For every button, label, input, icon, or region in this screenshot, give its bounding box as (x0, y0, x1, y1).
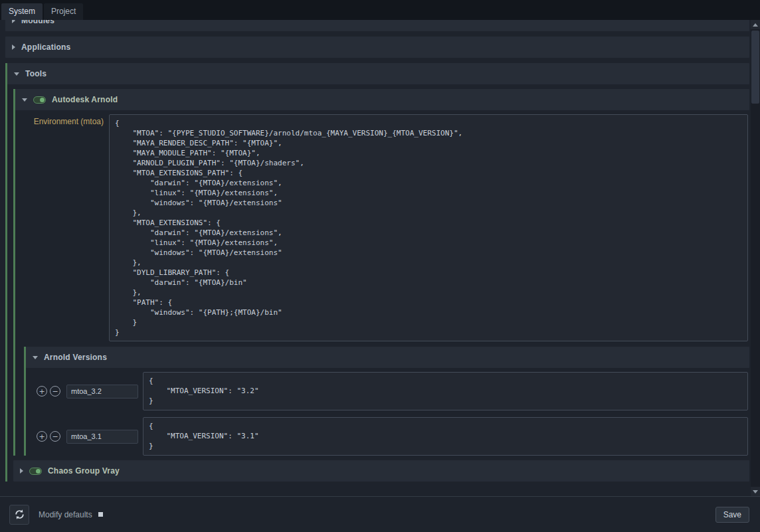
modify-defaults-label: Modify defaults (39, 510, 92, 519)
settings-scroll-area: Modules Applications Tools (0, 20, 751, 496)
scrollbar-thumb[interactable] (751, 31, 759, 104)
settings-content-area: Modules Applications Tools (0, 20, 760, 496)
section-label-arnold-versions: Arnold Versions (44, 353, 107, 362)
version-key-input[interactable] (66, 430, 138, 444)
section-label-applications: Applications (21, 43, 70, 52)
environment-label: Environment (mtoa) (24, 114, 109, 126)
version-row-mtoa-3-2: + − { "MTOA_VERSION": "3.2" } (26, 372, 749, 410)
version-json-textarea[interactable]: { "MTOA_VERSION": "3.2" } (143, 372, 748, 410)
settings-window: System Project Modules Applications (0, 0, 760, 532)
section-header-autodesk-arnold[interactable]: Autodesk Arnold (15, 89, 749, 110)
chevron-down-icon (33, 356, 38, 359)
chevron-down-icon (22, 98, 27, 102)
section-label-chaos-group-vray: Chaos Group Vray (48, 466, 120, 476)
section-label-tools: Tools (25, 69, 47, 78)
add-item-button[interactable]: + (37, 386, 47, 397)
save-button[interactable]: Save (715, 507, 749, 523)
modify-defaults-indicator[interactable] (98, 512, 103, 517)
arnold-enabled-toggle[interactable] (33, 96, 46, 104)
arnold-versions-body: + − { "MTOA_VERSION": "3.2" } + − (26, 368, 749, 456)
section-arnold-versions-group: Arnold Versions + − { "MTOA_VERSION": "3… (24, 347, 749, 456)
remove-item-button[interactable]: − (50, 386, 60, 397)
tab-system[interactable]: System (1, 3, 43, 20)
version-row-mtoa-3-1: + − { "MTOA_VERSION": "3.1" } (26, 417, 749, 456)
environment-json-textarea[interactable]: { "MTOA": "{PYPE_STUDIO_SOFTWARE}/arnold… (109, 114, 748, 341)
environment-field-row: Environment (mtoa) { "MTOA": "{PYPE_STUD… (24, 114, 749, 341)
vray-enabled-toggle[interactable] (29, 468, 42, 475)
scrollbar-track[interactable] (751, 29, 760, 487)
tools-section-body: Autodesk Arnold Environment (mtoa) { "MT… (7, 84, 749, 482)
section-header-tools[interactable]: Tools (7, 63, 749, 84)
version-json-textarea[interactable]: { "MTOA_VERSION": "3.1" } (143, 417, 748, 456)
footer-bar: Modify defaults Save (0, 496, 760, 532)
add-item-button[interactable]: + (37, 431, 47, 442)
refresh-icon (14, 509, 25, 520)
version-key-input[interactable] (66, 385, 138, 399)
scroll-down-button[interactable] (751, 487, 760, 496)
vertical-scrollbar[interactable] (751, 20, 760, 496)
section-label-autodesk-arnold: Autodesk Arnold (52, 95, 118, 104)
section-tools-group: Tools Autodesk Arnold (5, 63, 749, 482)
settings-scroll-inner: Modules Applications Tools (5, 20, 751, 482)
scroll-up-icon (753, 23, 758, 27)
section-autodesk-arnold-group: Autodesk Arnold Environment (mtoa) { "MT… (13, 89, 749, 456)
chevron-right-icon (20, 468, 23, 474)
chevron-right-icon (12, 44, 15, 50)
section-header-modules[interactable]: Modules (5, 20, 749, 31)
chevron-right-icon (12, 20, 15, 23)
section-header-arnold-versions[interactable]: Arnold Versions (26, 347, 749, 368)
remove-item-button[interactable]: − (50, 431, 60, 442)
refresh-button[interactable] (9, 505, 29, 525)
section-header-applications[interactable]: Applications (5, 37, 749, 58)
section-header-chaos-group-vray[interactable]: Chaos Group Vray (13, 460, 749, 482)
section-label-modules: Modules (21, 20, 54, 25)
chevron-down-icon (14, 72, 19, 76)
scroll-down-icon (753, 490, 758, 493)
tab-project[interactable]: Project (44, 3, 83, 20)
autodesk-arnold-body: Environment (mtoa) { "MTOA": "{PYPE_STUD… (15, 110, 749, 456)
tab-bar: System Project (0, 0, 760, 20)
scroll-up-button[interactable] (751, 20, 760, 29)
